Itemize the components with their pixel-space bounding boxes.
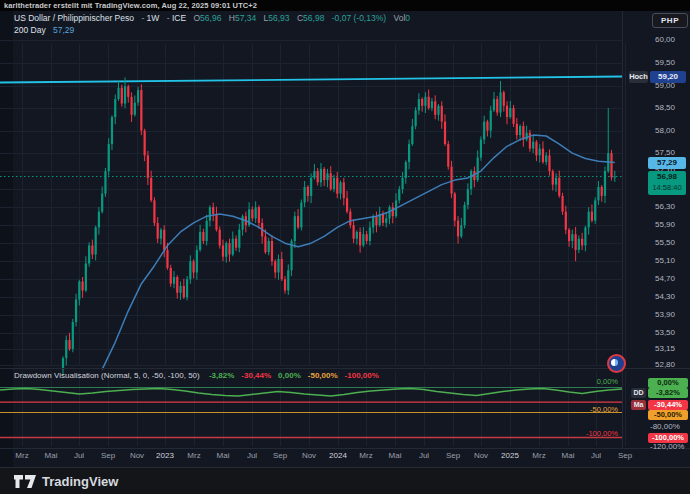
time-tick-year: 2023 — [156, 452, 174, 460]
separator: - — [141, 13, 144, 23]
bar-countdown: 14:58:40 — [648, 183, 686, 193]
exchange-label: ICE — [172, 13, 186, 23]
hoch-line-tag: Hoch — [629, 71, 648, 83]
time-tick: Mrz — [187, 452, 200, 460]
indicator-title[interactable]: Drawdown Visualisation (Normal, 5, 0, -5… — [14, 371, 200, 380]
price-tick: 53,90 — [655, 311, 675, 319]
attribution-bar: karlthetrader erstellt mit TradingView.c… — [0, 0, 690, 11]
price-tick: 55,50 — [655, 239, 675, 247]
dd-series-tag: DD — [631, 388, 646, 398]
tradingview-wordmark[interactable]: TradingView — [42, 474, 118, 489]
price-tick: 53,50 — [655, 329, 675, 337]
time-tick: Mai — [562, 452, 575, 460]
chart-background — [0, 11, 690, 467]
ma-legend-row: 200 Day 57,29 — [14, 25, 74, 35]
time-tick: Sep — [618, 452, 632, 460]
price-axis-separator — [622, 11, 623, 448]
volume-label: Vol — [393, 13, 405, 23]
volume-value: 0 — [405, 13, 410, 23]
left-margin-shade — [0, 11, 13, 467]
price-tick: 54,70 — [655, 275, 675, 283]
time-tick: Mai — [217, 452, 230, 460]
interval-label[interactable]: 1W — [147, 13, 160, 23]
tradingview-chart-window: karlthetrader erstellt mit TradingView.c… — [0, 0, 690, 494]
ma-price-badge: 57,29 — [648, 157, 686, 169]
time-tick: Sep — [101, 452, 115, 460]
time-tick: Sep — [273, 452, 287, 460]
time-tick: Mai — [389, 452, 402, 460]
time-tick: Mrz — [532, 452, 545, 460]
indicator-level-label: -100,00% — [558, 429, 618, 438]
time-tick: Mrz — [15, 452, 28, 460]
indicator-value: -3,82% — [209, 371, 234, 380]
price-tick: 55,10 — [655, 257, 675, 265]
separator: - — [167, 13, 170, 23]
ma-name[interactable]: 200 Day — [14, 25, 46, 35]
time-tick: Nov — [302, 452, 316, 460]
price-tick: 58,50 — [655, 104, 675, 112]
time-tick: Mrz — [359, 452, 372, 460]
change-value: -0,07 (-0,13%) — [332, 13, 386, 23]
time-tick: Sep — [446, 452, 460, 460]
time-tick-year: 2025 — [501, 452, 519, 460]
price-tick: 55,90 — [655, 221, 675, 229]
indicator-axis-tick: -80,00% — [650, 423, 680, 431]
indicator-axis-badge: -30,44% — [648, 400, 688, 410]
indicator-axis-tick: -120,00% — [650, 443, 684, 451]
time-tick-year: 2024 — [329, 452, 347, 460]
close-value: 56,98 — [303, 13, 324, 23]
hoch-price-badge: 59,20 — [650, 71, 686, 83]
exchange-logo-icon — [607, 354, 626, 373]
time-tick: Jul — [591, 452, 601, 460]
time-tick: Mai — [45, 452, 58, 460]
price-tick: 59,00 — [655, 82, 675, 90]
price-tick: 54,30 — [655, 293, 675, 301]
price-tick: 57,50 — [655, 149, 675, 157]
indicator-axis-badge: -100,00% — [648, 433, 688, 443]
indicator-axis-badge: -50,00% — [648, 410, 688, 420]
indicator-level-label: 0,00% — [558, 377, 618, 386]
indicator-value: -50,00% — [308, 371, 338, 380]
price-tick: 52,80 — [655, 361, 675, 369]
indicator-level-label: -50,00% — [558, 405, 618, 414]
indicator-axis-badge: 0,00% — [648, 378, 688, 388]
indicator-legend-row: Drawdown Visualisation (Normal, 5, 0, -5… — [14, 371, 379, 381]
currency-badge: PHP — [652, 13, 688, 28]
ma-series-tag: Ma — [631, 400, 646, 410]
last-price-badge: 56,9814:58:40 — [648, 171, 686, 195]
indicator-value: -30,44% — [241, 371, 271, 380]
low-value: 56,93 — [268, 13, 289, 23]
time-tick: Nov — [474, 452, 488, 460]
time-axis-separator — [0, 448, 690, 449]
indicator-value: -100,00% — [345, 371, 379, 380]
indicator-axis-badge: -3,82% — [648, 388, 688, 398]
pane-separator[interactable] — [0, 368, 690, 369]
time-tick: Jul — [247, 452, 257, 460]
price-tick: 58,00 — [655, 127, 675, 135]
attribution-text: karlthetrader erstellt mit TradingView.c… — [4, 1, 257, 10]
tradingview-logo-icon[interactable] — [14, 475, 38, 489]
high-value: 57,34 — [235, 13, 256, 23]
indicator-values: -3,82%-30,44%0,00%-50,00%-100,00% — [202, 371, 379, 380]
open-value: 56,96 — [200, 13, 221, 23]
time-tick: Jul — [419, 452, 429, 460]
footer-bar: TradingView — [0, 467, 690, 494]
time-tick: Jul — [74, 452, 84, 460]
symbol-legend-row: US Dollar / Philippinischer Peso - 1W - … — [14, 13, 410, 23]
symbol-title[interactable]: US Dollar / Philippinischer Peso — [14, 13, 134, 23]
price-tick: 60,00 — [655, 36, 675, 44]
last-price-value: 56,98 — [648, 171, 686, 183]
price-tick: 59,50 — [655, 59, 675, 67]
ma-value: 57,29 — [53, 25, 74, 35]
price-tick: 53,15 — [655, 345, 675, 353]
price-tick: 56,30 — [655, 203, 675, 211]
indicator-value: 0,00% — [278, 371, 301, 380]
time-tick: Nov — [130, 452, 144, 460]
